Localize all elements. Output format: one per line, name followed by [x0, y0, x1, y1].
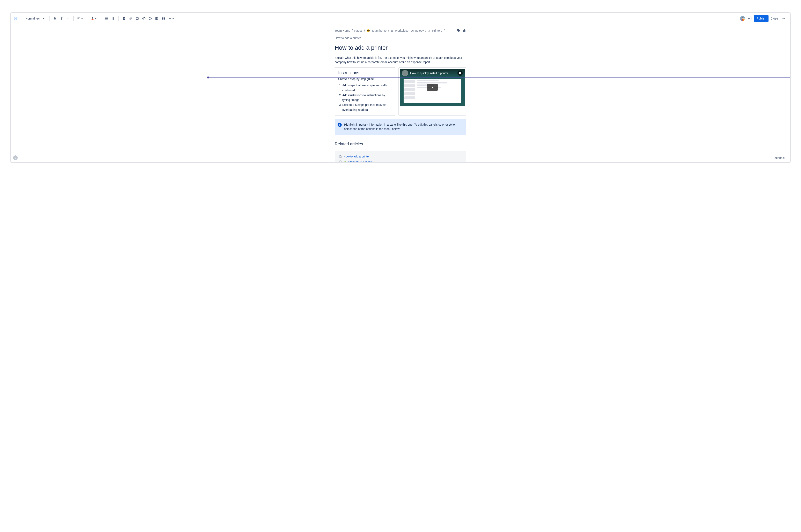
table-button[interactable] — [154, 15, 160, 22]
svg-point-4 — [105, 17, 106, 18]
toolbar-separator — [87, 16, 88, 21]
confluence-logo-icon — [13, 16, 18, 21]
svg-rect-9 — [106, 19, 108, 20]
emoji-button[interactable] — [147, 15, 154, 22]
svg-point-21 — [151, 18, 151, 18]
related-heading[interactable]: Related articles — [335, 141, 466, 146]
toolbar-separator — [49, 16, 50, 21]
svg-rect-23 — [162, 17, 163, 20]
more-actions-button[interactable] — [780, 15, 787, 22]
numbered-list-button[interactable]: 123 — [110, 15, 116, 22]
user-avatar[interactable]: J — [740, 16, 745, 21]
svg-rect-7 — [106, 18, 108, 19]
chevron-down-icon — [80, 17, 84, 20]
toolbar-separator — [73, 16, 74, 21]
more-formatting-button[interactable] — [65, 15, 71, 22]
info-icon: i — [338, 123, 342, 127]
breadcrumb-emoji: 🖨 — [428, 28, 431, 33]
breadcrumb-emoji: 😎 — [367, 28, 370, 33]
svg-point-29 — [782, 18, 783, 19]
svg-rect-3 — [92, 19, 93, 20]
watch-later-icon[interactable] — [457, 71, 463, 76]
breadcrumb-item[interactable]: Pages — [354, 28, 362, 33]
page-icon — [339, 155, 342, 158]
instructions-subheading: Create a step-by-step guide: — [338, 77, 392, 81]
publish-button[interactable]: Publish — [754, 15, 768, 22]
instruction-step: Add illustrations to instructions by typ… — [342, 93, 392, 103]
related-item: ✳️ Systems & Access — [338, 159, 463, 163]
svg-rect-11 — [112, 17, 114, 18]
chevron-down-icon — [94, 17, 98, 20]
instruction-step: Stick to 3-5 steps per task to avoid ove… — [342, 102, 392, 112]
breadcrumb-item[interactable]: Team home — [371, 28, 386, 33]
svg-point-31 — [784, 18, 785, 19]
svg-rect-15 — [112, 19, 114, 20]
related-link[interactable]: How-to add a printer — [344, 155, 370, 158]
text-color-dropdown[interactable] — [90, 15, 99, 22]
editor-content[interactable]: Team Home/ Pages/ 😎 Team home/ 🖥 Workpla… — [322, 24, 479, 163]
page-icon — [339, 160, 342, 163]
breadcrumb-item[interactable]: Workplace Technology — [395, 28, 424, 33]
svg-point-6 — [105, 18, 106, 19]
breadcrumb: Team Home/ Pages/ 😎 Team home/ 🖥 Workpla… — [335, 28, 457, 41]
plus-icon — [747, 17, 750, 20]
video-channel-avatar — [402, 70, 408, 76]
align-dropdown[interactable] — [76, 15, 85, 22]
mention-button[interactable] — [140, 15, 147, 22]
page-title[interactable]: How-to add a printer — [335, 44, 466, 51]
labels-button[interactable] — [457, 29, 460, 33]
play-icon — [431, 86, 434, 89]
svg-text:3: 3 — [112, 19, 112, 20]
svg-rect-5 — [106, 17, 108, 18]
info-panel-text: Highlight important information in a pan… — [344, 123, 456, 131]
editor-window: Normal text — [10, 12, 791, 163]
action-item-button[interactable] — [121, 15, 127, 22]
svg-rect-24 — [164, 17, 165, 20]
help-button[interactable]: ? — [13, 155, 18, 160]
svg-rect-13 — [112, 18, 114, 19]
chevron-down-icon — [42, 17, 46, 20]
text-style-dropdown[interactable]: Normal text — [24, 15, 47, 22]
related-emoji: ✳️ — [344, 160, 347, 163]
related-link[interactable]: Systems & Access — [348, 160, 372, 163]
intro-paragraph[interactable]: Explain what this how-to article is for.… — [335, 56, 466, 64]
add-collaborator-button[interactable] — [746, 16, 752, 21]
collaborator-avatars: J — [741, 16, 745, 21]
chevron-down-icon — [171, 17, 175, 20]
breadcrumb-emoji: 🖥 — [390, 28, 393, 33]
play-button[interactable] — [427, 84, 438, 91]
video-card[interactable]: How to quickly install a printer… — [398, 68, 466, 116]
svg-point-1 — [68, 18, 68, 19]
related-item: How-to add a printer — [338, 154, 463, 159]
instructions-card[interactable]: Instructions Create a step-by-step guide… — [335, 68, 395, 116]
instructions-heading: Instructions — [338, 71, 392, 75]
svg-rect-22 — [156, 17, 158, 20]
svg-point-32 — [458, 30, 458, 30]
instruction-step: Add steps that are simple and self-conta… — [342, 83, 392, 93]
feedback-link[interactable]: Feedback — [773, 156, 785, 159]
svg-point-2 — [69, 18, 69, 19]
info-panel[interactable]: i Highlight important information in a p… — [335, 119, 466, 135]
bold-button[interactable] — [52, 15, 58, 22]
editor-scroll-area[interactable]: Team Home/ Pages/ 😎 Team home/ 🖥 Workpla… — [11, 24, 790, 163]
svg-point-20 — [150, 18, 150, 18]
restrictions-button[interactable] — [463, 29, 466, 33]
video-title: How to quickly install a printer… — [410, 72, 455, 75]
avatar-badge: J — [743, 19, 745, 21]
link-button[interactable] — [127, 15, 134, 22]
breadcrumb-item[interactable]: Printers — [432, 28, 442, 33]
bullet-list-button[interactable] — [103, 15, 110, 22]
video-embed[interactable]: How to quickly install a printer… — [400, 69, 465, 106]
breadcrumb-item[interactable]: Team Home — [335, 28, 350, 33]
svg-point-0 — [67, 18, 67, 19]
image-button[interactable] — [134, 15, 140, 22]
svg-point-8 — [105, 19, 106, 19]
instructions-steps: Add steps that are simple and self-conta… — [338, 83, 392, 112]
related-articles-list: How-to add a printer ✳️ Systems & Access… — [335, 151, 466, 163]
svg-point-30 — [783, 18, 784, 19]
close-button[interactable]: Close — [768, 15, 780, 22]
insert-dropdown[interactable] — [167, 15, 176, 22]
editor-toolbar: Normal text — [11, 13, 790, 24]
italic-button[interactable] — [58, 15, 65, 22]
layouts-button[interactable] — [160, 15, 167, 22]
